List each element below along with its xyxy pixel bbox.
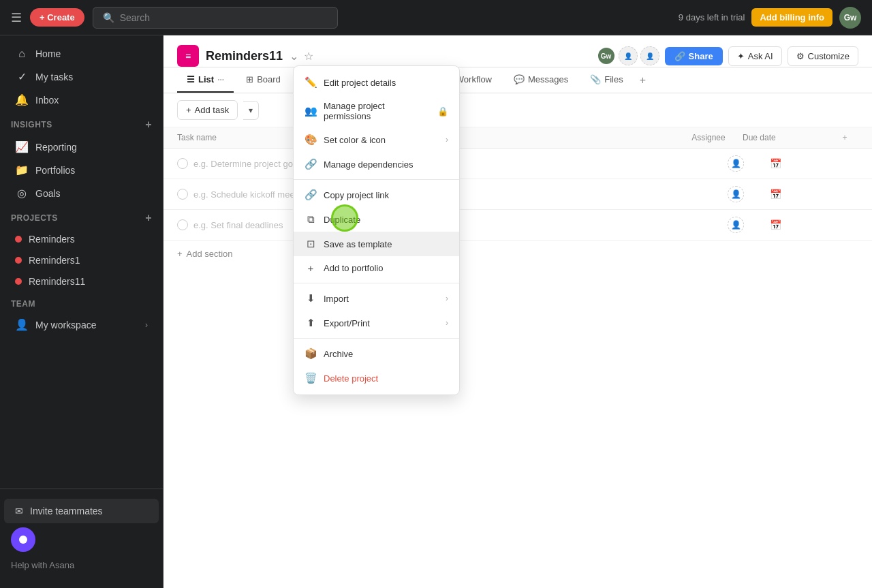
menu-item-label: Edit project details: [324, 78, 396, 88]
duplicate-icon: ⧉: [305, 213, 317, 226]
menu-item-archive[interactable]: 📦 Archive: [294, 341, 459, 366]
menu-item-import[interactable]: ⬇ Import ›: [294, 286, 459, 311]
menu-item-label: Manage dependencies: [324, 159, 414, 170]
menu-item-label: Archive: [324, 349, 353, 359]
menu-item-label: Add to portfolio: [324, 263, 383, 273]
menu-item-delete-project[interactable]: 🗑️ Delete project: [294, 366, 459, 390]
chevron-right-icon: ›: [446, 318, 448, 328]
menu-item-label: Delete project: [324, 373, 378, 384]
menu-item-manage-permissions[interactable]: 👥 Manage project permissions 🔒: [294, 95, 459, 127]
menu-item-label: Copy project link: [324, 190, 389, 200]
menu-divider-2: [294, 283, 459, 283]
menu-item-add-to-portfolio[interactable]: + Add to portfolio: [294, 256, 459, 280]
menu-item-edit-project-details[interactable]: ✏️ Edit project details: [294, 70, 459, 95]
export-icon: ⬆: [305, 317, 317, 329]
menu-item-label: Set color & icon: [324, 135, 386, 145]
project-dropdown-menu: ✏️ Edit project details 👥 Manage project…: [293, 65, 460, 395]
copy-link-icon: 🔗: [305, 189, 317, 201]
chevron-right-icon: ›: [446, 294, 448, 303]
menu-item-label: Export/Print: [324, 318, 370, 328]
menu-item-save-as-template[interactable]: ⊡ Save as template: [294, 232, 459, 256]
menu-item-set-color-icon[interactable]: 🎨 Set color & icon ›: [294, 127, 459, 152]
chevron-right-icon: ›: [446, 135, 448, 144]
menu-item-label: Save as template: [324, 239, 392, 249]
menu-item-manage-dependencies[interactable]: 🔗 Manage dependencies: [294, 152, 459, 176]
trash-icon: 🗑️: [305, 372, 317, 384]
portfolio-icon: +: [305, 262, 317, 274]
menu-item-copy-project-link[interactable]: 🔗 Copy project link: [294, 183, 459, 207]
people-icon: 👥: [305, 105, 317, 117]
menu-item-export-print[interactable]: ⬆ Export/Print ›: [294, 311, 459, 335]
menu-item-duplicate[interactable]: ⧉ Duplicate: [294, 207, 459, 232]
menu-divider-3: [294, 338, 459, 339]
link-icon: 🔗: [305, 158, 317, 170]
archive-icon: 📦: [305, 347, 317, 360]
lock-icon: 🔒: [437, 106, 448, 117]
menu-item-label: Manage project permissions: [324, 101, 431, 121]
menu-item-label: Import: [324, 294, 349, 304]
import-icon: ⬇: [305, 292, 317, 305]
edit-icon: ✏️: [305, 76, 317, 89]
menu-divider: [294, 179, 459, 180]
menu-item-label: Duplicate: [324, 215, 360, 225]
color-icon: 🎨: [305, 134, 317, 146]
template-icon: ⊡: [305, 238, 317, 250]
